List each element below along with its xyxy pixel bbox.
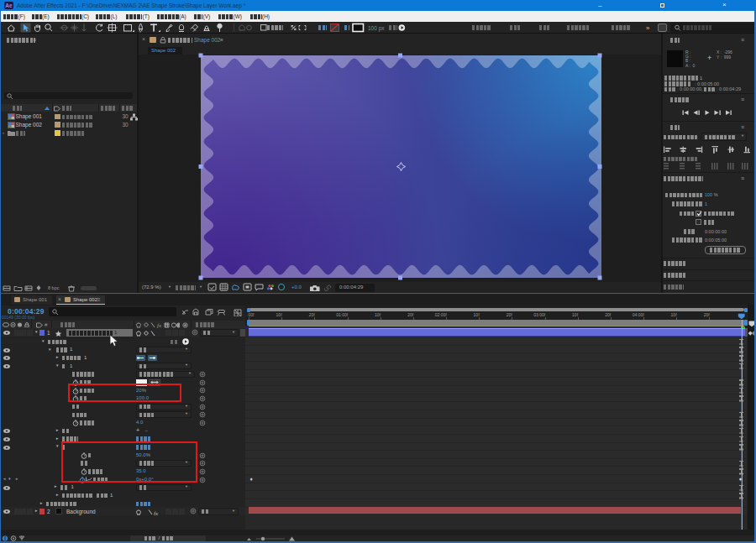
- svg-text:fx: fx: [157, 322, 162, 328]
- svg-text:»: »: [646, 24, 650, 32]
- svg-text:fx: fx: [154, 509, 159, 515]
